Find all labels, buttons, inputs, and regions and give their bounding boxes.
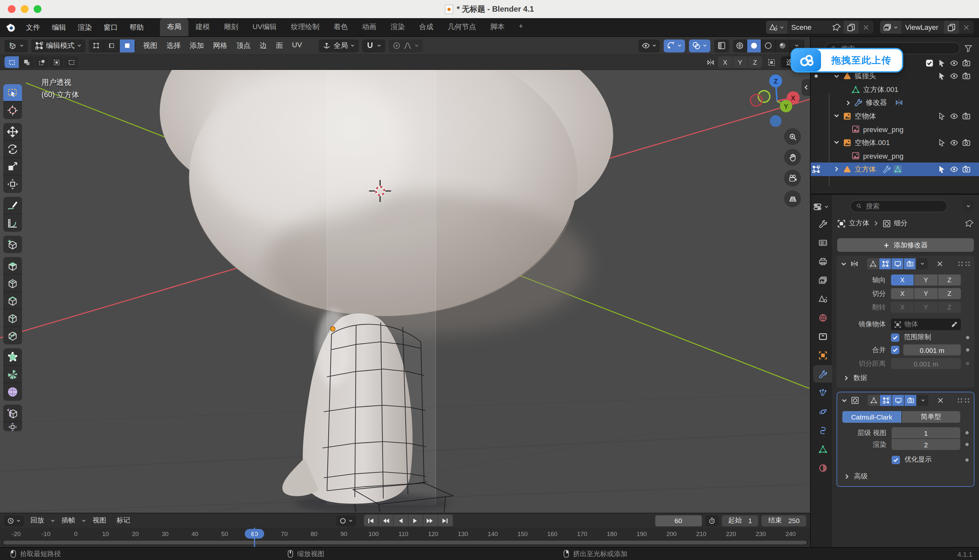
extrude-region-tool[interactable] xyxy=(3,257,22,275)
levels-render-field[interactable]: 2 xyxy=(892,439,960,450)
eye-icon[interactable] xyxy=(950,112,958,120)
select-extend-mode-button[interactable] xyxy=(19,56,34,68)
tab-constraints[interactable] xyxy=(813,422,832,439)
tab-world[interactable] xyxy=(813,309,832,326)
frame-ruler-number[interactable]: 180 xyxy=(597,530,627,537)
chevron-down-icon[interactable] xyxy=(833,140,840,146)
mirror-panel-header[interactable] xyxy=(837,256,974,272)
autokey-toggle[interactable] xyxy=(336,515,356,526)
mirror-axis-button[interactable]: X xyxy=(718,56,732,68)
gizmos-toggle[interactable] xyxy=(664,39,685,52)
frame-ruler-number[interactable]: 210 xyxy=(686,530,716,537)
tab-tool[interactable] xyxy=(813,215,832,232)
bisect-distance-field[interactable]: 0.001 m xyxy=(891,358,961,369)
active-vertex[interactable] xyxy=(330,327,335,331)
viewlayer-name[interactable]: ViewLayer xyxy=(901,23,944,31)
topbar-menu-item[interactable]: 文件 xyxy=(20,20,46,35)
tab-collection[interactable] xyxy=(813,328,832,345)
outliner-label[interactable]: 修改器 xyxy=(866,98,887,108)
frame-ruler-number[interactable]: 190 xyxy=(627,530,657,537)
animate-dot[interactable] xyxy=(966,458,969,461)
viewport-menu-item[interactable]: 添加 xyxy=(185,39,208,52)
axis-z-button[interactable]: Z xyxy=(938,275,961,285)
selectable-icon[interactable] xyxy=(937,59,946,67)
workspace-tab[interactable]: 合成 xyxy=(412,18,440,36)
eye-icon[interactable] xyxy=(950,165,958,173)
scene-name[interactable]: Scene xyxy=(787,23,830,31)
tab-physics[interactable] xyxy=(813,403,832,420)
merge-checkbox[interactable] xyxy=(891,346,899,354)
eyedropper-icon[interactable] xyxy=(951,321,957,328)
select-invert-mode-button[interactable] xyxy=(49,56,63,68)
show-in-editmode-cage-toggle[interactable] xyxy=(867,395,880,406)
zoom-button[interactable] xyxy=(784,128,801,145)
frame-ruler-number[interactable]: 80 xyxy=(299,530,329,537)
play-reverse-button[interactable] xyxy=(394,515,409,526)
workspace-tab[interactable]: 纹理绘制 xyxy=(284,18,327,36)
workspace-tab[interactable]: 渲染 xyxy=(384,18,412,36)
use-preview-range-button[interactable] xyxy=(705,515,719,526)
frame-ruler-number[interactable]: 170 xyxy=(567,530,597,537)
scene-unlink-button[interactable] xyxy=(859,21,874,34)
scale-tool[interactable] xyxy=(3,158,22,175)
playback-menu[interactable]: 回放 xyxy=(27,515,48,526)
outliner-label[interactable]: preview_png xyxy=(863,126,904,133)
chevron-down-icon[interactable] xyxy=(833,73,840,80)
mirror-axis-button[interactable]: Y xyxy=(733,56,747,68)
camera-icon[interactable] xyxy=(962,59,971,67)
breadcrumb-data[interactable]: 细分 xyxy=(894,219,907,228)
chevron-down-icon[interactable] xyxy=(833,113,840,120)
topbar-menu-item[interactable]: 编辑 xyxy=(46,20,72,35)
mirror-object-field[interactable]: 物体 xyxy=(891,318,961,330)
blender-logo-icon[interactable] xyxy=(5,22,16,33)
vertex-select-button[interactable] xyxy=(89,39,104,52)
animate-dot[interactable] xyxy=(966,362,969,365)
sidebar-collapse-handle[interactable] xyxy=(802,79,810,96)
bisect-y-button[interactable]: Y xyxy=(915,288,937,299)
chevron-down-icon[interactable] xyxy=(841,397,847,403)
drag-handle[interactable] xyxy=(957,398,970,403)
viewport-menu-item[interactable]: 边 xyxy=(255,39,271,52)
frame-ruler-number[interactable]: 160 xyxy=(537,530,567,537)
jump-to-start-button[interactable] xyxy=(364,515,379,526)
flip-x-button[interactable]: X xyxy=(891,302,914,313)
selectable-icon[interactable] xyxy=(937,165,946,173)
workspace-tab[interactable]: UV编辑 xyxy=(245,18,284,36)
tab-modifiers[interactable] xyxy=(813,365,832,383)
chevron-down-icon[interactable] xyxy=(841,261,847,267)
viewport-menu-item[interactable]: 顶点 xyxy=(232,39,255,52)
upload-drop-overlay[interactable]: 拖拽至此上传 xyxy=(791,48,903,73)
frame-ruler-number[interactable]: 230 xyxy=(746,530,776,537)
properties-search[interactable] xyxy=(850,200,947,212)
outliner-row-preview-b[interactable]: preview_png xyxy=(811,149,979,162)
frame-ruler-number[interactable]: 140 xyxy=(478,530,508,537)
viewport-menu-item[interactable]: 视图 xyxy=(138,39,162,52)
next-keyframe-button[interactable] xyxy=(424,515,439,526)
edge-select-button[interactable] xyxy=(104,39,120,52)
viewlayer-copy-button[interactable] xyxy=(944,21,959,34)
gizmo-x-label[interactable]: X xyxy=(791,95,796,102)
spin-tool[interactable] xyxy=(3,366,22,383)
end-frame-field[interactable]: 结束 250 xyxy=(762,515,806,526)
modifier-extras-dropdown[interactable] xyxy=(916,258,929,269)
viewport-3d[interactable]: Z X Y 用户透视 (60) 立方体 xyxy=(0,70,810,513)
properties-editor-type-button[interactable] xyxy=(813,199,832,214)
outliner-label[interactable]: 空物体 xyxy=(855,112,876,121)
workspace-tab[interactable]: 着色 xyxy=(327,18,355,36)
merge-value-field[interactable]: 0.001 m xyxy=(903,344,961,355)
perspective-toggle-button[interactable] xyxy=(784,190,801,207)
axis-y-button[interactable]: Y xyxy=(915,275,937,285)
timeline-scrollbar[interactable] xyxy=(2,540,808,545)
topbar-menu-item[interactable]: 渲染 xyxy=(72,20,98,35)
keying-menu[interactable]: 插帧 xyxy=(58,515,79,526)
outliner-row-empty-001[interactable]: 空物体.001 xyxy=(811,136,979,149)
camera-icon[interactable] xyxy=(962,165,971,173)
animate-dot[interactable] xyxy=(966,336,969,339)
frame-ruler-number[interactable]: -10 xyxy=(31,530,61,537)
remove-modifier-icon[interactable] xyxy=(936,396,945,405)
viewport-menu-item[interactable]: 网格 xyxy=(208,39,232,52)
frame-ruler-number[interactable]: 120 xyxy=(418,530,448,537)
animate-dot[interactable] xyxy=(966,443,969,446)
mirror-axis-button[interactable]: Z xyxy=(748,56,762,68)
current-frame-field[interactable]: 60 xyxy=(655,515,702,526)
